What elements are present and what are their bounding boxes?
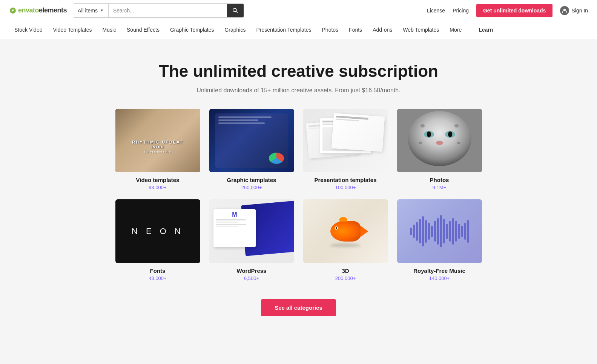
- wave-bar: [434, 221, 436, 242]
- category-card-fonts[interactable]: N E O N Fonts 43,000+: [115, 199, 200, 281]
- svg-point-13: [457, 141, 460, 144]
- mock-bar-1: [218, 116, 271, 118]
- svg-point-9: [436, 141, 443, 145]
- search-icon: [232, 8, 238, 14]
- leopard-svg: [397, 109, 482, 173]
- svg-point-4: [408, 111, 471, 166]
- search-input[interactable]: [109, 4, 227, 17]
- wave-bar: [455, 221, 457, 242]
- svg-point-10: [420, 124, 424, 127]
- svg-point-8: [448, 131, 452, 137]
- license-link[interactable]: License: [427, 8, 445, 14]
- category-thumb-fonts: N E O N: [115, 199, 200, 263]
- fish-eye: [335, 226, 338, 229]
- wave-bar: [431, 226, 433, 237]
- category-name-video: Video templates: [115, 177, 200, 183]
- nav-item-more[interactable]: More: [444, 21, 467, 39]
- wp-line-2: [216, 222, 238, 223]
- category-card-video[interactable]: RHYTHMIC UPBEATINTROfor Premiere Pro Vid…: [115, 109, 200, 191]
- nav-item-photos[interactable]: Photos: [317, 21, 344, 39]
- nav-item-fonts[interactable]: Fonts: [344, 21, 367, 39]
- category-card-3d[interactable]: 3D 200,000+: [303, 199, 388, 281]
- nav-item-graphics[interactable]: Graphics: [219, 21, 251, 39]
- see-all-categories-button[interactable]: See all categories: [261, 299, 336, 316]
- fonts-display-text: N E O N: [132, 226, 184, 236]
- logo[interactable]: envatoelements: [9, 6, 67, 14]
- wave-bar: [458, 224, 460, 239]
- mock-chart: [269, 153, 284, 164]
- video-thumbnail-text: RHYTHMIC UPBEATINTROfor Premiere Pro: [132, 140, 183, 153]
- nav-item-presentation-templates[interactable]: Presentation Templates: [251, 21, 316, 39]
- logo-text: envatoelements: [18, 6, 67, 14]
- wp-line-3: [216, 224, 246, 225]
- wave-bar: [437, 218, 439, 245]
- svg-point-11: [454, 124, 458, 127]
- header: envatoelements All items ▼ License Prici…: [0, 0, 597, 21]
- category-count-3d: 200,000+: [303, 275, 388, 281]
- wave-bar: [467, 220, 469, 243]
- wp-logo-m: M: [216, 211, 254, 218]
- nav-item-graphic-templates[interactable]: Graphic Templates: [165, 21, 219, 39]
- search-bar: All items ▼: [73, 3, 244, 18]
- category-card-music[interactable]: Royalty-Free Music 140,000+: [397, 199, 482, 281]
- category-count-photos: 9.1M+: [397, 185, 482, 190]
- nav-item-stock-video[interactable]: Stock Video: [9, 21, 48, 39]
- category-count-graphic: 260,000+: [209, 185, 294, 190]
- nav-item-learn[interactable]: Learn: [473, 21, 498, 39]
- category-count-video: 93,000+: [115, 185, 200, 190]
- category-thumb-wordpress: M: [209, 199, 294, 263]
- svg-line-1: [236, 11, 238, 13]
- person-icon: [562, 8, 567, 13]
- wave-bar: [452, 218, 454, 245]
- hero-subtitle: Unlimited downloads of 15+ million creat…: [9, 87, 588, 94]
- nav-divider: [470, 26, 470, 35]
- hero-title: The unlimited creative subscription: [9, 62, 588, 81]
- nav-item-music[interactable]: Music: [97, 21, 121, 39]
- category-card-wordpress[interactable]: M WordPress 6,500+: [209, 199, 294, 281]
- category-count-wordpress: 6,500+: [209, 275, 294, 281]
- category-thumb-graphic: [209, 109, 294, 173]
- wp-line-4: [216, 226, 238, 227]
- sign-in-label: Sign In: [571, 8, 588, 14]
- category-card-photos[interactable]: Photos 9.1M+: [397, 109, 482, 191]
- wave-bar: [449, 221, 451, 242]
- see-all-wrapper: See all categories: [9, 299, 588, 316]
- category-name-3d: 3D: [303, 268, 388, 274]
- nav-item-web-templates[interactable]: Web Templates: [397, 21, 444, 39]
- graphic-mockup: [215, 113, 287, 167]
- category-thumb-video: RHYTHMIC UPBEATINTROfor Premiere Pro: [115, 109, 200, 173]
- pres-slide-front: [331, 113, 385, 152]
- category-card-presentation[interactable]: Presentation templates 100,000+: [303, 109, 388, 191]
- wave-bar: [416, 222, 418, 241]
- category-count-fonts: 43,000+: [115, 275, 200, 281]
- nav-item-sound-effects[interactable]: Sound Effects: [121, 21, 165, 39]
- get-unlimited-downloads-button[interactable]: Get unlimited downloads: [476, 4, 552, 17]
- pricing-link[interactable]: Pricing: [453, 8, 469, 14]
- category-name-fonts: Fonts: [115, 268, 200, 274]
- category-card-graphic[interactable]: Graphic templates 260,000+: [209, 109, 294, 191]
- search-category-dropdown[interactable]: All items ▼: [73, 4, 109, 17]
- search-category-label: All items: [78, 8, 98, 14]
- fish-body: [330, 221, 361, 242]
- wave-bar: [443, 219, 445, 243]
- wave-bar: [464, 223, 466, 240]
- wave-bar: [419, 219, 421, 243]
- fish-fin: [339, 217, 347, 222]
- wave-bar: [428, 223, 430, 240]
- account-icon: [560, 6, 569, 15]
- sign-in-area[interactable]: Sign In: [560, 6, 588, 15]
- search-button[interactable]: [227, 4, 244, 17]
- chevron-down-icon: ▼: [100, 8, 104, 12]
- svg-point-0: [233, 8, 236, 12]
- mock-bar-3: [218, 122, 265, 124]
- wave-bar: [413, 225, 415, 238]
- wave-bar: [422, 216, 424, 246]
- header-links: License Pricing Get unlimited downloads …: [427, 4, 588, 17]
- category-name-wordpress: WordPress: [209, 268, 294, 274]
- category-name-music: Royalty-Free Music: [397, 268, 482, 274]
- main-nav: Stock Video Video Templates Music Sound …: [0, 21, 597, 39]
- nav-item-video-templates[interactable]: Video Templates: [48, 21, 97, 39]
- nav-item-addons[interactable]: Add-ons: [367, 21, 397, 39]
- wp-mockup-front: M: [213, 209, 256, 247]
- category-thumb-photos: [397, 109, 482, 173]
